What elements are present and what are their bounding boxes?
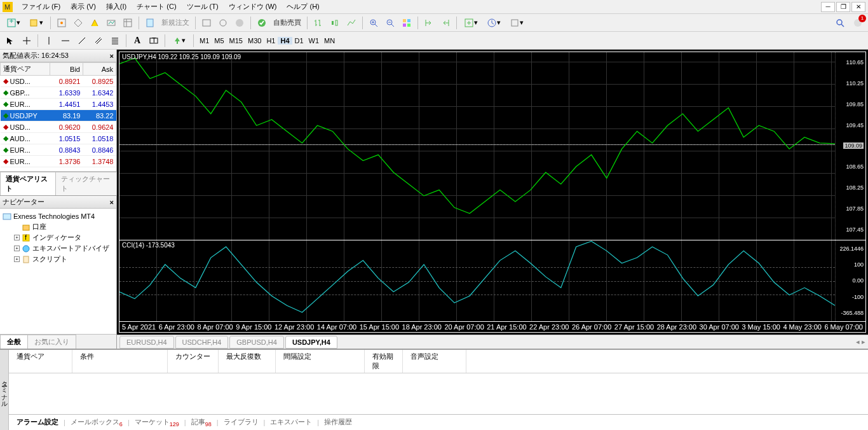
maximize-button[interactable]: ❐ [836, 2, 850, 12]
horizontal-line-tool[interactable] [58, 33, 73, 48]
market-watch-row[interactable]: ◆AUD...1.05151.0518 [1, 133, 116, 144]
market-watch-row[interactable]: ◆USD...0.89210.8925 [1, 76, 116, 87]
market-watch-row[interactable]: ◆EUR...0.88430.8846 [1, 144, 116, 156]
metaeditor-button[interactable] [199, 15, 214, 31]
nav-item[interactable]: 口座 [3, 221, 114, 232]
col-ask[interactable]: Ask [83, 63, 116, 76]
menu-tools[interactable]: ツール (T) [182, 0, 224, 13]
terminal-header[interactable]: 間隔設定 [276, 350, 365, 373]
main-chart[interactable]: USDJPY,H4 109.22 109.25 109.09 109.09 11… [119, 52, 865, 240]
navigator-tab-general[interactable]: 全般 [0, 335, 28, 349]
auto-scroll-button[interactable] [438, 15, 453, 31]
text-label-tool[interactable]: T [146, 33, 161, 48]
terminal-header[interactable]: 通貨ペア [9, 350, 72, 373]
templates-button[interactable]: ▾ [506, 15, 527, 31]
terminal-body[interactable] [9, 373, 868, 414]
timeframe-d1[interactable]: D1 [292, 37, 306, 45]
terminal-tab[interactable]: ライブラリ [219, 416, 264, 428]
zoom-out-button[interactable] [383, 15, 398, 31]
search-button[interactable] [832, 15, 848, 31]
cursor-tool[interactable] [3, 33, 18, 48]
market-watch-row[interactable]: ◆GBP...1.63391.6342 [1, 87, 116, 99]
timeframe-m1[interactable]: M1 [197, 37, 212, 45]
market-watch-row[interactable]: ◆EUR...1.44511.4453 [1, 99, 116, 110]
navigator-toggle[interactable] [71, 15, 86, 31]
terminal-toggle[interactable] [87, 15, 102, 31]
timeframe-h1[interactable]: H1 [264, 37, 278, 45]
zoom-in-button[interactable] [366, 15, 381, 31]
terminal-tab[interactable]: 記事98 [186, 416, 217, 429]
menu-insert[interactable]: 挿入(I) [101, 0, 132, 13]
timeframe-m15[interactable]: M15 [227, 37, 245, 45]
col-symbol[interactable]: 通貨ペア [1, 63, 50, 76]
indicator-chart[interactable]: CCI(14) -173.5043 226.14461000.00-100-36… [119, 240, 865, 322]
bar-chart-button[interactable] [311, 15, 326, 31]
timeframe-m30[interactable]: M30 [245, 37, 264, 45]
text-tool[interactable]: A [130, 33, 145, 48]
chart-tab[interactable]: USDJPY,H4 [285, 336, 337, 349]
terminal-tab[interactable]: アラーム設定 [11, 416, 64, 428]
menu-window[interactable]: ウィンドウ (W) [224, 0, 282, 13]
market-watch-row[interactable]: ◆USD...0.96200.9624 [1, 121, 116, 133]
new-order-icon[interactable] [142, 15, 158, 31]
arrows-tool[interactable]: ▾ [168, 33, 190, 48]
chart-tab[interactable]: EURUSD,H4 [119, 336, 174, 349]
indicators-button[interactable]: ▾ [460, 15, 482, 31]
options-button[interactable] [215, 15, 231, 31]
terminal-tab[interactable]: エキスパート [265, 416, 317, 428]
timeframe-mn[interactable]: MN [322, 37, 337, 45]
market-watch-tab-tick[interactable]: ティックチャート [55, 172, 117, 195]
market-watch-close[interactable]: × [110, 52, 114, 60]
nav-root[interactable]: Exness Technologies MT4 [3, 211, 114, 221]
minimize-button[interactable]: ─ [821, 2, 835, 12]
nav-item[interactable]: +fインディケータ [3, 232, 114, 243]
navigator-panel: ナビゲーター × Exness Technologies MT4 口座+fインデ… [0, 196, 116, 349]
autotrade-icon[interactable] [254, 15, 269, 31]
terminal-header[interactable]: 有効期限 [365, 350, 403, 373]
market-watch-tab-list[interactable]: 通貨ペアリスト [0, 172, 56, 195]
chart-shift-button[interactable] [421, 15, 437, 31]
navigator-tab-fav[interactable]: お気に入り [27, 335, 76, 349]
market-watch-row[interactable]: ◆EUR...1.37361.3748 [1, 156, 116, 167]
market-watch-toggle[interactable] [54, 15, 69, 31]
terminal-header[interactable]: カウンター [168, 350, 219, 373]
nav-item[interactable]: +エキスパートアドバイザ [3, 243, 114, 254]
fullscreen-button[interactable] [232, 15, 247, 31]
navigator-close[interactable]: × [110, 198, 114, 206]
terminal-header[interactable]: 音声設定 [403, 350, 466, 373]
autotrade-label[interactable]: 自動売買 [271, 18, 304, 27]
terminal-tab[interactable]: メールボックス6 [65, 416, 128, 429]
menu-help[interactable]: ヘルプ (H) [281, 0, 324, 13]
tile-windows-button[interactable] [399, 15, 414, 31]
timeframe-h4[interactable]: H4 [278, 37, 292, 45]
nav-item[interactable]: +スクリプト [3, 254, 114, 265]
col-bid[interactable]: Bid [50, 63, 83, 76]
channel-tool[interactable] [91, 33, 106, 48]
crosshair-tool[interactable] [19, 33, 34, 48]
close-button[interactable]: ✕ [851, 2, 865, 12]
terminal-header[interactable]: 条件 [72, 350, 168, 373]
new-chart-button[interactable]: ▾ [3, 15, 24, 31]
data-window-toggle[interactable] [120, 15, 135, 31]
trendline-tool[interactable] [74, 33, 90, 48]
periodicity-button[interactable]: ▾ [483, 15, 505, 31]
terminal-tab[interactable]: マーケット129 [130, 416, 184, 429]
terminal-tab[interactable]: 操作履歴 [319, 416, 357, 428]
menu-file[interactable]: ファイル (F) [17, 0, 65, 13]
timeframe-m5[interactable]: M5 [212, 37, 226, 45]
candle-chart-button[interactable] [327, 15, 342, 31]
fibonacci-tool[interactable] [107, 33, 123, 48]
vertical-line-tool[interactable] [41, 33, 57, 48]
new-order-label[interactable]: 新規注文 [159, 18, 192, 27]
strategy-tester-toggle[interactable] [104, 15, 119, 31]
line-chart-button[interactable] [344, 15, 359, 31]
notifications-button[interactable]: 1 [850, 15, 865, 31]
menu-view[interactable]: 表示 (V) [65, 0, 101, 13]
menu-charts[interactable]: チャート (C) [132, 0, 181, 13]
market-watch-row[interactable]: ◆USDJPY83.1983.22 [1, 110, 116, 121]
chart-tab[interactable]: USDCHF,H4 [175, 336, 229, 349]
profiles-button[interactable]: ▾ [25, 15, 47, 31]
chart-tab[interactable]: GBPUSD,H4 [229, 336, 284, 349]
timeframe-w1[interactable]: W1 [306, 37, 322, 45]
terminal-header[interactable]: 最大反復数 [219, 350, 276, 373]
